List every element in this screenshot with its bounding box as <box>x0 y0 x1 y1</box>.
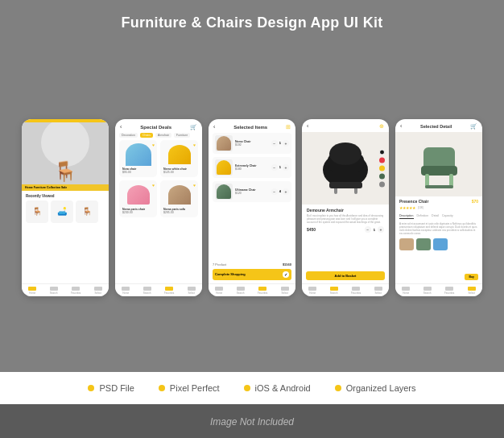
cart-item[interactable]: Ultimame Chair $120 − 4 + <box>213 181 291 202</box>
decrease-button[interactable]: − <box>365 226 371 233</box>
color-option[interactable] <box>379 157 385 163</box>
product-card[interactable]: Nema paris sofa $295.00 ♥ <box>160 180 198 217</box>
tab-chairs[interactable]: Chairs <box>140 133 153 138</box>
product-card[interactable]: Nora chair $95.00 ♥ <box>119 140 157 177</box>
nav-favorites[interactable]: Favorites <box>351 287 361 295</box>
quantity-control: − 1 + <box>271 164 289 171</box>
cart-icon[interactable]: 🛒 <box>470 123 477 130</box>
feature-psd: PSD File <box>88 383 134 393</box>
nav-home[interactable]: Home <box>122 287 130 295</box>
tab-description[interactable]: Description <box>399 214 414 219</box>
add-to-basket-button[interactable]: Add to Basket <box>306 271 385 280</box>
back-icon[interactable]: ‹ <box>120 124 122 130</box>
tab-armchair[interactable]: Armchair <box>155 133 171 138</box>
product-price: $295.00 <box>163 211 195 214</box>
chair-icon <box>217 184 231 199</box>
heart-icon[interactable]: ♥ <box>193 143 196 147</box>
thumbnail[interactable] <box>416 238 431 250</box>
cart-item[interactable]: Nemo Chair $192 − 1 + <box>213 133 291 154</box>
star-rating: ★★★★★ <box>399 205 415 210</box>
checkout-button[interactable]: Complete Shopping ✓ <box>213 269 291 280</box>
quantity-value: 1 <box>279 165 281 169</box>
list-item[interactable]: 🪑 <box>76 200 98 223</box>
total-label: 7 Product <box>213 262 226 267</box>
color-option[interactable] <box>379 173 385 179</box>
nav-favorites[interactable]: Favorites <box>164 287 174 295</box>
cart-icon[interactable]: 🛒 <box>190 124 197 130</box>
list-item[interactable]: 🪑 <box>26 200 48 223</box>
color-option[interactable] <box>379 181 385 187</box>
tab-decoration[interactable]: Decoration <box>119 133 138 138</box>
nav-search[interactable]: Search <box>50 287 58 295</box>
thumbnail[interactable] <box>433 238 448 250</box>
screen3-header: ‹ Selected Items ⊞ <box>209 119 295 133</box>
quantity-control: − 4 + <box>271 188 289 195</box>
nav-favorites[interactable]: Favorites <box>258 287 267 295</box>
quantity-value: 1 <box>279 141 281 145</box>
increase-button[interactable]: + <box>283 164 289 171</box>
decrease-button[interactable]: − <box>271 140 278 147</box>
nav-favorites[interactable]: Favorites <box>444 287 454 295</box>
price-row: $450 − 1 + <box>307 226 384 233</box>
color-option[interactable] <box>379 149 385 155</box>
nav-search[interactable]: Search <box>237 287 245 295</box>
nav-search[interactable]: Search <box>423 287 432 295</box>
product-grid: Nora chair $95.00 ♥ Nemo white chair $12… <box>115 140 202 217</box>
nav-favorites[interactable]: Favorites <box>71 287 81 295</box>
product-image <box>163 143 195 166</box>
product-price: $230.00 <box>122 211 154 214</box>
back-icon[interactable]: ‹ <box>400 123 402 129</box>
product-name: Demoune Armchair <box>307 208 384 213</box>
main-container: Furniture & Chairs Design App UI Kit 🪑 H… <box>0 0 504 438</box>
nav-dot <box>215 287 223 291</box>
share-icon[interactable]: ⊕ <box>379 123 384 130</box>
tab-furniture[interactable]: Furniture <box>174 133 190 138</box>
product-card[interactable]: Nemo white chair $125.00 ♥ <box>160 140 198 177</box>
nav-home[interactable]: Home <box>402 287 410 295</box>
color-option[interactable] <box>379 165 385 171</box>
tab-detail[interactable]: Detail <box>432 214 439 219</box>
increase-button[interactable]: + <box>378 226 384 233</box>
product-info: Demoune Armchair But I must explain to y… <box>302 205 389 237</box>
heart-icon[interactable]: ♥ <box>152 183 155 188</box>
screen-special-deals: ‹ Special Deals 🛒 Decoration Chairs Armc… <box>115 119 202 296</box>
nav-home[interactable]: Home <box>28 287 36 295</box>
product-hero <box>395 132 482 196</box>
feature-layers: Organized Layers <box>335 383 416 393</box>
screen5-title: Selected Detail <box>420 124 452 129</box>
nav-home[interactable]: Home <box>215 287 223 295</box>
color-selector <box>379 149 385 187</box>
nav-dot <box>308 287 316 291</box>
nav-home[interactable]: Home <box>308 287 316 295</box>
svg-rect-5 <box>329 182 362 188</box>
list-item[interactable]: 🛋️ <box>51 200 73 223</box>
nav-select[interactable]: Select <box>281 287 289 295</box>
heart-icon[interactable]: ♥ <box>193 183 196 188</box>
product-price: $95.00 <box>122 171 154 174</box>
cart-item-image <box>215 135 233 151</box>
cart-item[interactable]: Extremely Chair $180 − 1 + <box>213 157 291 178</box>
feature-label: PSD File <box>99 383 134 393</box>
decrease-button[interactable]: − <box>271 164 278 171</box>
increase-button[interactable]: + <box>283 140 289 147</box>
nav-select[interactable]: Select <box>188 287 196 295</box>
heart-icon[interactable]: ♥ <box>152 143 155 147</box>
thumbnail[interactable] <box>399 238 414 250</box>
nav-search[interactable]: Search <box>330 287 338 295</box>
decrease-button[interactable]: − <box>271 188 278 195</box>
increase-button[interactable]: + <box>283 188 289 195</box>
nav-select[interactable]: Select <box>94 287 102 295</box>
nav-select[interactable]: Select <box>374 287 382 295</box>
nav-search[interactable]: Search <box>143 287 151 295</box>
tab-capacity[interactable]: Capacity <box>442 214 453 219</box>
nav-select[interactable]: Select <box>468 287 476 295</box>
recently-viewed-items: 🪑 🛋️ 🪑 <box>26 200 105 223</box>
menu-icon[interactable]: ⊞ <box>286 124 291 130</box>
buy-button[interactable]: Buy <box>465 274 478 280</box>
cart-footer: 7 Product $1560 Complete Shopping ✓ <box>213 262 291 280</box>
product-card[interactable]: Nema paris chair $230.00 ♥ <box>119 180 157 217</box>
back-icon[interactable]: ‹ <box>213 124 215 130</box>
tab-definition[interactable]: Definition <box>417 214 429 219</box>
product-name: Presence Chair <box>399 199 428 204</box>
back-icon[interactable]: ‹ <box>307 123 308 129</box>
